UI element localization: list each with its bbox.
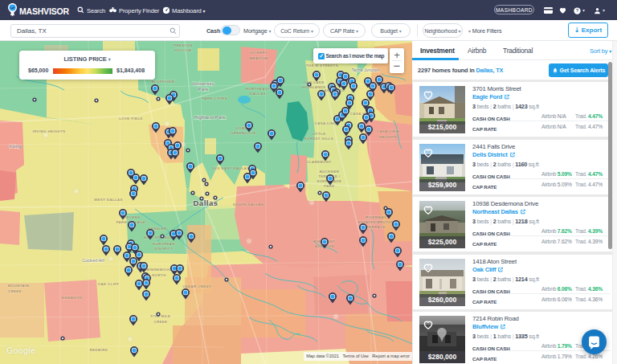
svg-text:TERRACE: TERRACE	[366, 225, 386, 229]
svg-text:Cockrell Hill: Cockrell Hill	[82, 258, 104, 263]
svg-text:HOLLOW: HOLLOW	[174, 48, 192, 52]
svg-text:GREENVILLE: GREENVILLE	[231, 131, 256, 135]
svg-text:Highland Park: Highland Park	[194, 114, 226, 120]
svg-text:University: University	[192, 80, 215, 86]
svg-text:EUROPEAN: EUROPEAN	[153, 242, 175, 246]
svg-text:PRESTON: PRESTON	[174, 43, 193, 47]
svg-text:LOVE FIELD: LOVE FIELD	[119, 117, 143, 121]
svg-text:HEIGHTS: HEIGHTS	[379, 135, 397, 139]
svg-text:OAK CLIFF: OAK CLIFF	[98, 282, 120, 286]
svg-text:CREEK: CREEK	[153, 320, 168, 324]
svg-text:?: ?	[576, 8, 579, 13]
svg-text:RIVERWAY: RIVERWAY	[366, 215, 386, 219]
svg-text:CLAREMONT: CLAREMONT	[306, 160, 331, 164]
svg-text:THE M STREETS: THE M STREETS	[306, 63, 338, 67]
svg-text:DISTRICT: DISTRICT	[154, 247, 173, 251]
svg-text:VICKERY: VICKERY	[250, 51, 268, 55]
svg-text:NORTH: NORTH	[152, 273, 165, 277]
svg-text:OLD EAST DALLAS: OLD EAST DALLAS	[212, 166, 250, 170]
svg-text:WEST DALLAS: WEST DALLAS	[94, 198, 123, 202]
svg-text:LITTLE: LITTLE	[312, 132, 325, 136]
svg-text:PARK CITIES: PARK CITIES	[202, 96, 227, 100]
svg-text:Dallas: Dallas	[194, 198, 219, 207]
svg-text:KENWOOD: KENWOOD	[62, 296, 83, 300]
svg-text:BLUFFVIEW: BLUFFVIEW	[152, 80, 175, 84]
svg-text:Irving: Irving	[9, 143, 22, 149]
svg-text:MEADOW: MEADOW	[250, 56, 268, 60]
svg-text:FIVE MILE: FIVE MILE	[151, 314, 171, 318]
svg-text:CASA VIEW: CASA VIEW	[377, 129, 399, 133]
svg-text:REDBIRD: REDBIRD	[90, 348, 108, 352]
svg-text:CREEK: CREEK	[8, 289, 22, 293]
svg-text:OLD LAKE: OLD LAKE	[304, 80, 324, 84]
svg-text:BUCKNER: BUCKNER	[320, 170, 339, 174]
svg-text:Tacha Junction: Tacha Junction	[351, 67, 379, 72]
svg-text:CEDAR CREST: CEDAR CREST	[182, 284, 211, 288]
svg-text:MOUNTAIN: MOUNTAIN	[8, 284, 29, 288]
svg-text:IRVING HEIGHTS: IRVING HEIGHTS	[33, 129, 66, 133]
svg-text:DALLAS: DALLAS	[250, 92, 266, 96]
svg-text:FOREST HILLS: FOREST HILLS	[304, 137, 333, 141]
svg-text:Park: Park	[198, 86, 210, 92]
svg-text:NORTHEAST: NORTHEAST	[246, 87, 271, 91]
svg-text:PARK: PARK	[324, 184, 335, 188]
svg-text:SOUTH DALLAS: SOUTH DALLAS	[233, 202, 264, 207]
svg-text:WINNEWOOD: WINNEWOOD	[146, 268, 172, 272]
